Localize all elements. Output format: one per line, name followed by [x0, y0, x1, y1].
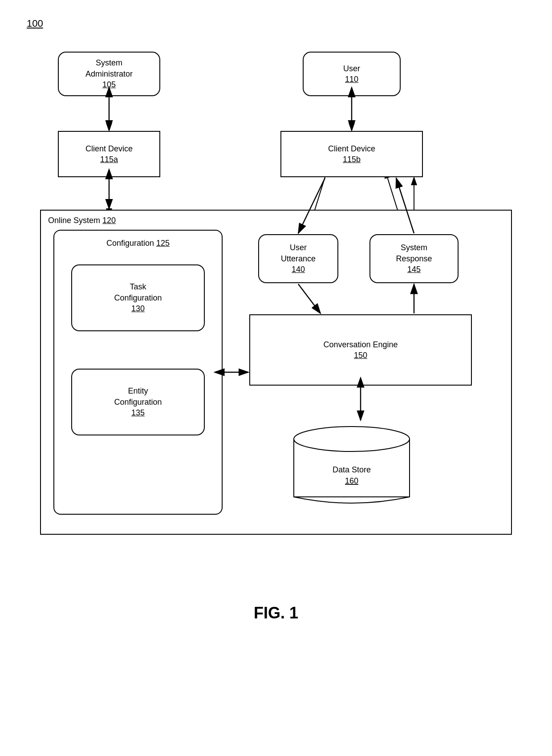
client-a-label: Client Device	[85, 143, 133, 154]
entity-config-box: EntityConfiguration 135	[71, 369, 205, 435]
entity-config-label: EntityConfiguration	[114, 386, 162, 408]
task-config-label: TaskConfiguration	[114, 281, 162, 304]
system-response-label: SystemResponse	[396, 242, 432, 264]
client-device-b-box: Client Device 115b	[280, 131, 423, 177]
data-store-svg: Data Store 160	[289, 421, 414, 510]
client-a-id: 115a	[100, 154, 118, 165]
client-device-a-box: Client Device 115a	[58, 131, 160, 177]
svg-text:160: 160	[345, 476, 358, 485]
conversation-engine-box: Conversation Engine 150	[249, 314, 472, 386]
client-b-label: Client Device	[328, 143, 375, 154]
configuration-label: Configuration 125	[54, 239, 222, 248]
user-id: 110	[345, 74, 358, 85]
svg-text:Data Store: Data Store	[333, 465, 371, 474]
user-label: User	[343, 63, 360, 74]
system-response-id: 145	[407, 264, 421, 275]
sys-admin-id: 105	[102, 80, 116, 90]
entity-config-id: 135	[131, 408, 145, 418]
user-box: User 110	[303, 52, 401, 96]
online-system-id: 120	[102, 216, 116, 225]
user-utterance-id: 140	[292, 264, 305, 275]
sys-admin-label: SystemAdministrator	[85, 57, 133, 80]
sys-admin-box: SystemAdministrator 105	[58, 52, 160, 96]
conversation-engine-label: Conversation Engine	[323, 339, 398, 350]
system-response-box: SystemResponse 145	[369, 234, 459, 283]
config-id: 125	[156, 239, 170, 248]
diagram-area: SystemAdministrator 105 User 110 Client …	[31, 43, 521, 577]
client-b-id: 115b	[343, 154, 361, 165]
task-config-id: 130	[131, 304, 145, 314]
online-system-label: Online System 120	[48, 216, 116, 225]
page-container: 100	[0, 0, 552, 756]
fig-caption: FIG. 1	[27, 604, 525, 622]
user-utterance-box: UserUtterance 140	[258, 234, 338, 283]
fig-number-top: 100	[27, 18, 525, 29]
user-utterance-label: UserUtterance	[281, 242, 316, 264]
conversation-engine-id: 150	[354, 350, 367, 361]
svg-point-13	[294, 427, 410, 451]
data-store-cylinder: Data Store 160	[289, 421, 414, 510]
task-config-box: TaskConfiguration 130	[71, 264, 205, 331]
